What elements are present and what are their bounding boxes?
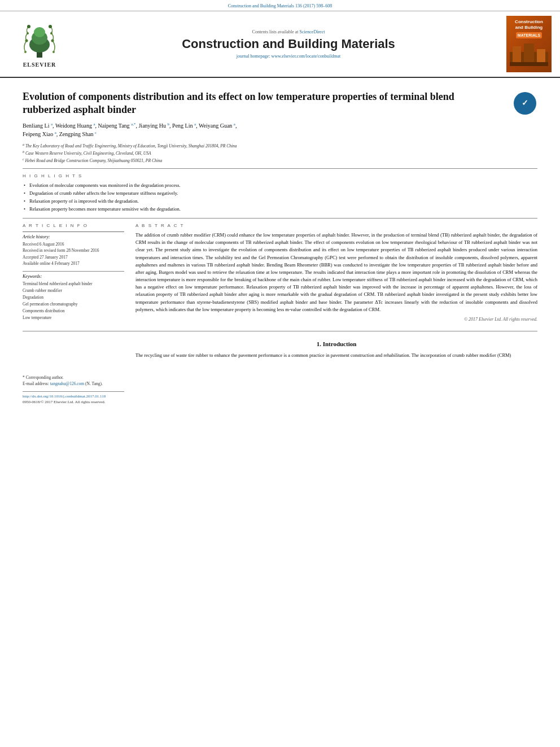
svg-point-6 — [27, 32, 29, 34]
email-label: E-mail address: — [23, 381, 49, 386]
keyword-item: Terminal blend rubberized asphalt binder — [23, 281, 124, 287]
affiliations: a The Key Laboratory of Road and Traffic… — [23, 142, 537, 164]
abstract-column: A B S T R A C T The addition of crumb ru… — [135, 223, 537, 322]
email-link[interactable]: tangnahu@126.com — [50, 381, 84, 386]
affiliation-a: a The Key Laboratory of Road and Traffic… — [23, 143, 237, 148]
paper-title-area: Evolution of components distribution and… — [23, 90, 537, 117]
journal-cover-area: Constructionand Building MATERIALS — [504, 16, 554, 72]
elsevier-logo: ELSEVIER — [20, 21, 59, 68]
list-item: Relaxation property of is improved with … — [23, 198, 537, 206]
keyword-item: Crumb rubber modifier — [23, 287, 124, 294]
abstract-title: A B S T R A C T — [135, 223, 537, 228]
svg-point-5 — [25, 39, 28, 42]
main-content: Evolution of components distribution and… — [0, 78, 560, 410]
list-item: Evolution of molecular components was mo… — [23, 182, 537, 190]
journal-cover-image: Constructionand Building MATERIALS — [506, 16, 552, 72]
svg-point-7 — [27, 25, 30, 28]
corresponding-label: * Corresponding author. — [23, 374, 124, 381]
history-received: Received 6 August 2016 — [23, 241, 124, 247]
journal-title-area: Contents lists available at ScienceDirec… — [79, 16, 498, 72]
keyword-item: Low temperature — [23, 314, 124, 321]
doi-area: http://dx.doi.org/10.1016/j.conbuildmat.… — [23, 391, 124, 404]
divider-2 — [23, 218, 537, 219]
svg-point-11 — [49, 25, 52, 28]
sciencedirect-link: Contents lists available at ScienceDirec… — [252, 29, 325, 34]
svg-point-8 — [53, 51, 55, 53]
issn-text: 0950-0618/© 2017 Elsevier Ltd. All right… — [23, 400, 124, 404]
introduction-right: 1. Introduction The recycling use of was… — [135, 340, 537, 405]
citation-text: Construction and Building Materials 136 … — [228, 3, 332, 8]
divider-3 — [23, 331, 537, 331]
publisher-logo-area: ELSEVIER — [6, 16, 73, 72]
journal-citation: Construction and Building Materials 136 … — [0, 0, 560, 11]
email-suffix: (N. Tang). — [85, 381, 103, 386]
svg-rect-16 — [510, 62, 548, 66]
corresponding-note: * Corresponding author. E-mail address: … — [23, 374, 124, 387]
elsevier-wordmark: ELSEVIER — [23, 62, 56, 68]
introduction-section: * Corresponding author. E-mail address: … — [23, 340, 537, 405]
intro-text: The recycling use of waste tire rubber t… — [135, 352, 537, 359]
keyword-item: Degradation — [23, 294, 124, 301]
journal-url: journal homepage: www.elsevier.com/locat… — [237, 54, 340, 59]
svg-point-9 — [51, 39, 54, 42]
affiliation-b: b Case Western Reserve University, Civil… — [23, 151, 151, 156]
journal-header: ELSEVIER Contents lists available at Sci… — [0, 11, 560, 78]
highlights-title: H I G H L I G H T S — [23, 173, 537, 178]
cover-title: Constructionand Building — [515, 19, 543, 30]
svg-point-4 — [24, 51, 27, 53]
doi-link[interactable]: http://dx.doi.org/10.1016/j.conbuildmat.… — [23, 394, 124, 399]
abstract-text: The addition of crumb rubber modifier (C… — [135, 231, 537, 313]
elsevier-tree-icon — [20, 21, 59, 60]
keyword-item: Components distribution — [23, 308, 124, 314]
history-revised: Received in revised form 28 November 201… — [23, 247, 124, 254]
divider-1 — [23, 168, 537, 169]
intro-heading: 1. Introduction — [135, 340, 537, 347]
cover-subtitle: MATERIALS — [516, 32, 542, 38]
crossmark-icon: ✓ — [514, 92, 536, 115]
svg-point-10 — [50, 32, 53, 34]
keyword-item: Gel permeation chromatography — [23, 301, 124, 308]
list-item: Relaxation property becomes more tempera… — [23, 206, 537, 213]
article-info-column: A R T I C L E I N F O Article history: R… — [23, 223, 124, 322]
article-info-title: A R T I C L E I N F O — [23, 223, 124, 228]
paper-title-text: Evolution of components distribution and… — [23, 91, 454, 115]
affiliation-c: c Hebei Road and Bridge Construction Com… — [23, 158, 162, 163]
info-abstract-columns: A R T I C L E I N F O Article history: R… — [23, 223, 537, 322]
highlights-section: H I G H L I G H T S Evolution of molecul… — [23, 173, 537, 213]
email-info: E-mail address: tangnahu@126.com (N. Tan… — [23, 381, 124, 387]
copyright-text: © 2017 Elsevier Ltd. All rights reserved… — [135, 317, 537, 322]
cover-graphic — [510, 41, 548, 66]
authors-line: Benliang Li a, Weidong Huang a, Naipeng … — [23, 121, 537, 139]
article-history: Article history: Received 6 August 2016 … — [23, 231, 124, 267]
highlights-list: Evolution of molecular components was mo… — [23, 182, 537, 213]
keywords-title: Keywords: — [23, 274, 124, 279]
crossmark-badge[interactable]: ✓ — [512, 90, 537, 116]
homepage-link[interactable]: journal homepage: www.elsevier.com/locat… — [237, 54, 340, 59]
sciencedirect-anchor[interactable]: ScienceDirect — [300, 29, 325, 34]
keywords-section: Keywords: Terminal blend rubberized asph… — [23, 271, 124, 321]
article-history-title: Article history: — [23, 234, 124, 239]
list-item: Degradation of crumb rubber affects the … — [23, 190, 537, 198]
history-online: Available online 4 February 2017 — [23, 260, 124, 267]
svg-point-3 — [34, 27, 45, 37]
journal-name: Construction and Building Materials — [182, 37, 395, 51]
footnotes-area: * Corresponding author. E-mail address: … — [23, 374, 124, 405]
history-accepted: Accepted 27 January 2017 — [23, 254, 124, 260]
